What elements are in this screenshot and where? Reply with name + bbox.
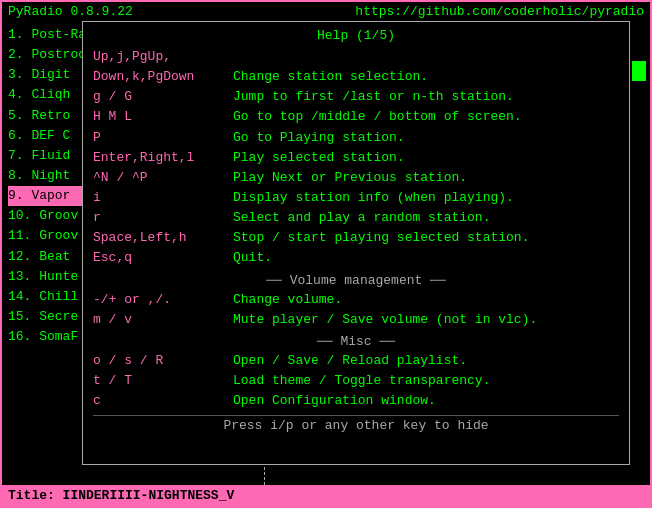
help-title: Help (1/5)	[93, 28, 619, 43]
volume-row: m / vMute player / Save volume (not in v…	[93, 310, 619, 330]
misc-section-title: ── Misc ──	[93, 334, 619, 349]
help-keys: c	[93, 391, 233, 411]
help-desc: Display station info (when playing).	[233, 188, 619, 208]
help-desc: Jump to first /last or n-th station.	[233, 87, 619, 107]
help-keys: r	[93, 208, 233, 228]
help-desc	[233, 47, 619, 67]
volume-row: -/+ or ,/.Change volume.	[93, 290, 619, 310]
help-keys: Down,k,PgDown	[93, 67, 233, 87]
misc-row: o / s / ROpen / Save / Reload playlist.	[93, 351, 619, 371]
volume-section-title: ── Volume management ──	[93, 273, 619, 288]
help-desc: Change volume.	[233, 290, 619, 310]
help-desc: Open / Save / Reload playlist.	[233, 351, 619, 371]
help-overlay: Help (1/5) Up,j,PgUp,Down,k,PgDownChange…	[82, 21, 630, 465]
bottom-bar: Title: IINDERIIII-NIGHTNESS_V	[2, 485, 650, 506]
help-keys: i	[93, 188, 233, 208]
volume-rows: -/+ or ,/.Change volume.m / vMute player…	[93, 290, 619, 330]
help-keys: P	[93, 128, 233, 148]
help-desc: Stop / start playing selected station.	[233, 228, 619, 248]
misc-rows: o / s / ROpen / Save / Reload playlist.t…	[93, 351, 619, 411]
help-keys: t / T	[93, 371, 233, 391]
help-desc: Load theme / Toggle transparency.	[233, 371, 619, 391]
scrollbar[interactable]	[632, 61, 646, 81]
help-desc: Go to top /middle / bottom of screen.	[233, 107, 619, 127]
help-keys: o / s / R	[93, 351, 233, 371]
help-row: Space,Left,hStop / start playing selecte…	[93, 228, 619, 248]
help-desc: Open Configuration window.	[233, 391, 619, 411]
help-desc: Play selected station.	[233, 148, 619, 168]
help-desc: Mute player / Save volume (not in vlc).	[233, 310, 619, 330]
help-desc: Select and play a random station.	[233, 208, 619, 228]
help-desc: Change station selection.	[233, 67, 619, 87]
app-version: PyRadio 0.8.9.22	[8, 4, 133, 19]
help-row: Up,j,PgUp,	[93, 47, 619, 67]
help-desc: Quit.	[233, 248, 619, 268]
help-row: iDisplay station info (when playing).	[93, 188, 619, 208]
help-keys: Up,j,PgUp,	[93, 47, 233, 67]
help-keys: g / G	[93, 87, 233, 107]
help-row: ^N / ^PPlay Next or Previous station.	[93, 168, 619, 188]
help-keys: Esc,q	[93, 248, 233, 268]
help-row: rSelect and play a random station.	[93, 208, 619, 228]
help-row: H M LGo to top /middle / bottom of scree…	[93, 107, 619, 127]
help-keys: m / v	[93, 310, 233, 330]
help-keys: -/+ or ,/.	[93, 290, 233, 310]
main-content: [[work]] 1. Post-Radio2. Postrocks.me3. …	[2, 21, 650, 485]
top-bar: PyRadio 0.8.9.22 https://github.com/code…	[2, 2, 650, 21]
app-window: PyRadio 0.8.9.22 https://github.com/code…	[0, 0, 652, 508]
misc-row: cOpen Configuration window.	[93, 391, 619, 411]
help-row: g / GJump to first /last or n-th station…	[93, 87, 619, 107]
help-rows: Up,j,PgUp,Down,k,PgDownChange station se…	[93, 47, 619, 269]
title-label: Title: IINDERIIII-NIGHTNESS_V	[8, 488, 234, 503]
help-row: Esc,qQuit.	[93, 248, 619, 268]
help-row: Down,k,PgDownChange station selection.	[93, 67, 619, 87]
help-keys: Space,Left,h	[93, 228, 233, 248]
github-url: https://github.com/coderholic/pyradio	[355, 4, 644, 19]
help-row: Enter,Right,lPlay selected station.	[93, 148, 619, 168]
help-keys: Enter,Right,l	[93, 148, 233, 168]
help-footer: Press i/p or any other key to hide	[93, 415, 619, 433]
misc-row: t / TLoad theme / Toggle transparency.	[93, 371, 619, 391]
help-desc: Play Next or Previous station.	[233, 168, 619, 188]
help-desc: Go to Playing station.	[233, 128, 619, 148]
help-row: PGo to Playing station.	[93, 128, 619, 148]
help-keys: H M L	[93, 107, 233, 127]
help-keys: ^N / ^P	[93, 168, 233, 188]
